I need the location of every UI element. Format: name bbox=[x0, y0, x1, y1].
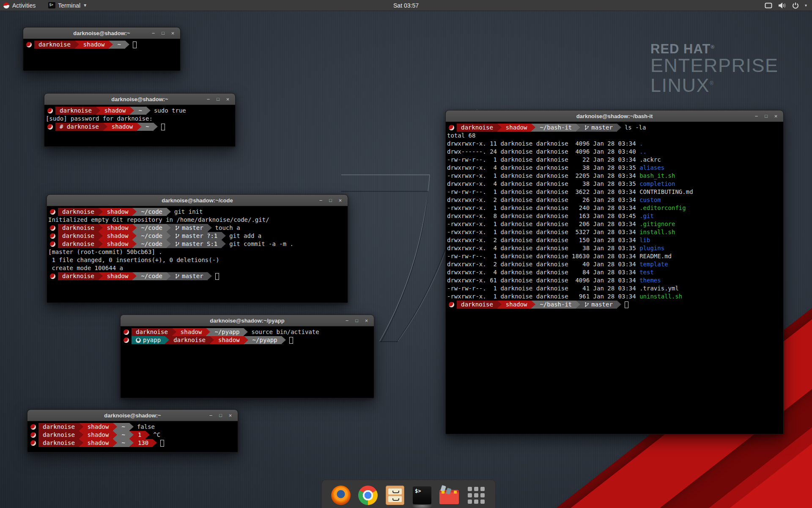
maximize-button[interactable]: □ bbox=[217, 410, 225, 421]
powerline-separator bbox=[132, 240, 137, 248]
display-icon[interactable] bbox=[765, 3, 772, 8]
prompt-segment-host: shadow bbox=[103, 272, 133, 280]
powerline-separator bbox=[132, 232, 137, 240]
app-grid-icon[interactable] bbox=[466, 486, 486, 505]
terminal-content[interactable]: darknoiseshadow~sudo true[sudo] password… bbox=[44, 105, 235, 131]
prompt-segment-user: # darknoise bbox=[55, 123, 103, 131]
powerline-separator bbox=[129, 423, 134, 431]
python-venv-icon bbox=[136, 338, 141, 343]
ls-filename: .editorconfig bbox=[639, 204, 686, 212]
terminal-content[interactable]: darknoiseshadow~/codegit initInitialized… bbox=[47, 206, 348, 280]
prompt-segment-host: shadow bbox=[103, 208, 133, 216]
terminal-line: darknoiseshadow~/bash-itmasterls -la bbox=[447, 124, 782, 132]
prompt-segment-host: shadow bbox=[83, 431, 113, 439]
terminal-content[interactable]: darknoiseshadow~falsedarknoiseshadow~1^C… bbox=[27, 421, 238, 447]
prompt-segment-host: shadow bbox=[107, 123, 137, 131]
ls-filename: custom bbox=[639, 196, 661, 204]
command-text: ls -la bbox=[625, 124, 646, 132]
redhat-prompt-icon bbox=[30, 440, 36, 446]
window-controls: −□× bbox=[207, 410, 234, 421]
prompt-segment-git: master bbox=[580, 124, 617, 132]
powerline-separator bbox=[132, 208, 137, 216]
maximize-button[interactable]: □ bbox=[214, 94, 222, 105]
close-button[interactable]: × bbox=[362, 315, 370, 326]
files-icon[interactable] bbox=[385, 486, 405, 505]
close-button[interactable]: × bbox=[772, 110, 780, 122]
maximize-button[interactable]: □ bbox=[762, 110, 770, 122]
firefox-icon[interactable] bbox=[331, 486, 351, 505]
prompt-segment-host: shadow bbox=[79, 41, 109, 49]
prompt-segment-host: shadow bbox=[214, 336, 244, 344]
terminal-line: drwx------. 24 darknoise darknoise 4096 … bbox=[447, 148, 782, 156]
terminal-icon[interactable]: $> bbox=[412, 486, 432, 505]
prompt-segment-host: shadow bbox=[83, 439, 113, 447]
maximize-button[interactable]: □ bbox=[159, 28, 167, 39]
prompt-segment-path: ~/code bbox=[137, 272, 167, 280]
redhat-prompt-icon bbox=[47, 124, 53, 130]
powerline-separator bbox=[167, 208, 171, 216]
terminal-content[interactable]: darknoiseshadow~/bash-itmasterls -latota… bbox=[446, 122, 783, 309]
titlebar[interactable]: darknoise@shadow:~−□× bbox=[23, 28, 180, 39]
toolbox-icon[interactable] bbox=[439, 486, 459, 505]
titlebar[interactable]: darknoise@shadow:~/code−□× bbox=[47, 195, 348, 206]
close-button[interactable]: × bbox=[226, 410, 234, 421]
prompt-segment-git: master bbox=[171, 272, 208, 280]
system-menu-caret-icon[interactable]: ▾ bbox=[805, 3, 807, 8]
close-button[interactable]: × bbox=[224, 94, 232, 105]
terminal-line: create mode 100644 a bbox=[48, 264, 347, 272]
terminal-line: # darknoiseshadow~ bbox=[46, 123, 234, 131]
minimize-button[interactable]: − bbox=[204, 94, 212, 105]
powerline-separator bbox=[113, 431, 117, 439]
prompt-segment-user: darknoise bbox=[132, 328, 172, 336]
volume-icon[interactable] bbox=[778, 2, 786, 9]
ls-meta: -rwxrwxr-x. 1 darknoise darknoise 5327 J… bbox=[447, 228, 639, 236]
git-branch-icon bbox=[175, 273, 180, 279]
maximize-button[interactable]: □ bbox=[353, 315, 361, 326]
terminal-content[interactable]: darknoiseshadow~ bbox=[23, 39, 180, 49]
terminal-line: darknoiseshadow~1^C bbox=[29, 431, 237, 439]
titlebar[interactable]: darknoise@shadow:~/bash-it−□× bbox=[446, 110, 783, 122]
ls-filename: .gitignore bbox=[639, 220, 675, 228]
close-button[interactable]: × bbox=[336, 195, 344, 206]
powerline-separator bbox=[130, 107, 134, 115]
minimize-button[interactable]: − bbox=[752, 110, 760, 122]
powerline-separator bbox=[99, 232, 103, 240]
titlebar[interactable]: darknoise@shadow:~−□× bbox=[44, 94, 235, 105]
powerline-separator bbox=[167, 224, 171, 232]
minimize-button[interactable]: − bbox=[317, 195, 325, 206]
terminal-content[interactable]: darknoiseshadow~/pyappsource bin/activat… bbox=[121, 326, 374, 344]
command-text: git commit -a -m . bbox=[229, 240, 294, 248]
powerline-separator bbox=[154, 123, 158, 131]
prompt-segment-user: darknoise bbox=[457, 124, 497, 132]
minimize-button[interactable]: − bbox=[149, 28, 157, 39]
minimize-button[interactable]: − bbox=[207, 410, 215, 421]
powerline-separator bbox=[132, 224, 137, 232]
close-button[interactable]: × bbox=[169, 28, 177, 39]
command-text: git init bbox=[174, 208, 203, 216]
ls-meta: drwxrwxr-x. 61 darknoise darknoise 4096 … bbox=[447, 276, 639, 284]
ls-meta: -rwxrwxr-x. 1 darknoise darknoise 2205 J… bbox=[447, 172, 639, 180]
command-text: ^C bbox=[153, 431, 160, 439]
terminal-line: darknoiseshadow~/bash-itmaster bbox=[447, 301, 782, 309]
window-controls: −□× bbox=[149, 28, 177, 39]
powerline-separator bbox=[210, 336, 214, 344]
ls-meta: -rwxrwxr-x. 1 darknoise darknoise 961 Ja… bbox=[447, 293, 639, 301]
titlebar[interactable]: darknoise@shadow:~−□× bbox=[27, 410, 238, 421]
ls-meta: drwxrwxr-x. 2 darknoise darknoise 26 Jan… bbox=[447, 196, 639, 204]
redhat-prompt-icon bbox=[50, 241, 55, 247]
power-icon[interactable] bbox=[792, 2, 799, 9]
powerline-separator bbox=[113, 439, 117, 447]
terminal-line: -rwxrwxr-x. 1 darknoise darknoise 961 Ja… bbox=[447, 293, 782, 301]
window-title: darknoise@shadow:~ bbox=[27, 410, 238, 421]
terminal-cursor bbox=[161, 124, 165, 130]
terminal-line: -rw-rw-r--. 1 darknoise darknoise 22 Jan… bbox=[447, 156, 782, 164]
prompt-segment-venv: pyapp bbox=[132, 336, 165, 344]
minimize-button[interactable]: − bbox=[343, 315, 351, 326]
clock[interactable]: Sat 03:57 bbox=[0, 2, 812, 9]
prompt-segment-user: darknoise bbox=[38, 431, 79, 439]
prompt-segment-git: master bbox=[580, 301, 617, 309]
chrome-icon[interactable] bbox=[358, 486, 378, 505]
maximize-button[interactable]: □ bbox=[326, 195, 335, 206]
git-branch-icon bbox=[584, 125, 589, 130]
titlebar[interactable]: darknoise@shadow:~/pyapp−□× bbox=[121, 315, 374, 326]
